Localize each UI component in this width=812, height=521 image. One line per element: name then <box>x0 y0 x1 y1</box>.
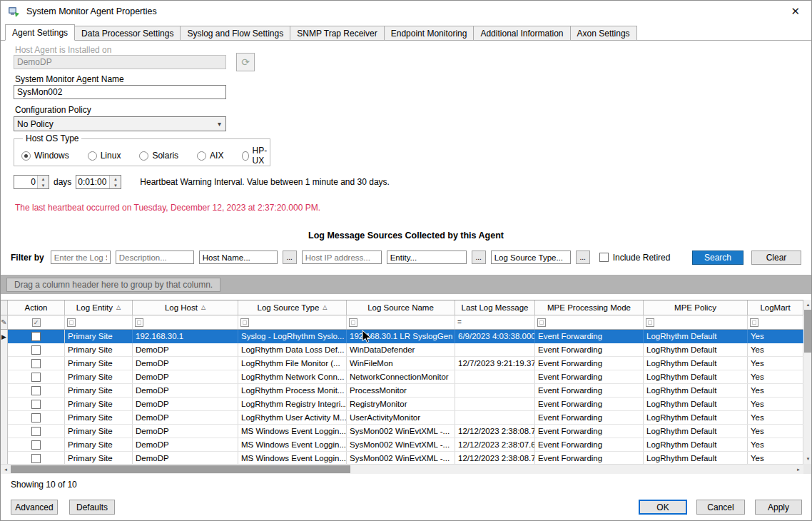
include-retired-checkbox[interactable]: Include Retired <box>599 253 671 263</box>
host-ip-filter-input[interactable] <box>302 251 382 264</box>
description-filter-input[interactable] <box>116 251 194 264</box>
row-checkbox[interactable] <box>31 427 41 436</box>
row-select-cell[interactable] <box>8 425 65 438</box>
interval-input[interactable] <box>76 176 109 188</box>
row-select-cell[interactable] <box>8 398 65 411</box>
row-select-cell[interactable] <box>8 438 65 452</box>
column-header-log-entity[interactable]: Log Entity△ <box>65 300 133 315</box>
filter-cell-log-source-name[interactable] <box>347 315 455 329</box>
clear-button[interactable]: Clear <box>751 251 801 265</box>
horizontal-scrollbar-thumb[interactable] <box>11 465 350 473</box>
filter-cell-action[interactable]: ✓ <box>8 315 65 329</box>
log-source-type-browse-button[interactable]: ... <box>576 251 590 264</box>
column-header-last-log-message[interactable]: Last Log Message <box>455 300 535 315</box>
close-icon[interactable]: ✕ <box>786 4 804 19</box>
spin-down-icon[interactable]: ▼ <box>38 182 49 188</box>
tab-axon-settings[interactable]: Axon Settings <box>570 26 637 40</box>
tab-additional-information[interactable]: Additional Information <box>473 26 570 40</box>
tab-endpoint-monitoring[interactable]: Endpoint Monitoring <box>384 26 474 40</box>
log-source-filter-input[interactable] <box>51 251 111 264</box>
table-row[interactable]: Primary SiteDemoDPLogRhythm Registry Int… <box>1 398 803 411</box>
tab-snmp-trap-receiver[interactable]: SNMP Trap Receiver <box>290 26 384 40</box>
spin-up-icon[interactable]: ▲ <box>38 176 49 182</box>
filter-cell-last-log-message[interactable]: = <box>455 315 535 329</box>
filter-type-icon[interactable] <box>349 318 357 327</box>
table-row[interactable]: Primary SiteDemoDPLogRhythm Network Conn… <box>1 370 803 384</box>
defaults-button[interactable]: Defaults <box>69 500 115 515</box>
column-header-log-host[interactable]: Log Host△ <box>133 300 238 315</box>
tab-agent-settings[interactable]: Agent Settings <box>5 24 75 41</box>
table-row[interactable]: Primary SiteDemoDPLogRhythm Process Moni… <box>1 384 803 398</box>
row-select-cell[interactable] <box>8 330 65 343</box>
filter-type-icon[interactable] <box>240 318 249 327</box>
filter-cell-mpe-policy[interactable] <box>644 315 748 329</box>
table-row[interactable]: Primary SiteDemoDPLogRhythm File Monitor… <box>1 357 803 370</box>
filter-type-icon[interactable] <box>135 318 143 327</box>
select-all-checkbox[interactable]: ✓ <box>32 318 41 327</box>
table-row[interactable]: Primary SiteDemoDPLogRhythm User Activit… <box>1 411 803 425</box>
tab-data-processor-settings[interactable]: Data Processor Settings <box>74 26 181 40</box>
entity-filter-input[interactable] <box>387 251 467 264</box>
cancel-button[interactable]: Cancel <box>696 500 745 515</box>
log-source-type-filter-input[interactable] <box>491 251 571 264</box>
radio-aix[interactable]: AIX <box>197 151 223 161</box>
spin-down-icon[interactable]: ▼ <box>110 182 121 188</box>
entity-browse-button[interactable]: ... <box>472 251 486 264</box>
row-checkbox[interactable] <box>31 359 41 368</box>
host-name-browse-button[interactable]: ... <box>283 251 297 264</box>
ok-button[interactable]: OK <box>639 500 687 515</box>
spin-up-icon[interactable]: ▲ <box>110 176 121 182</box>
filter-type-icon[interactable] <box>750 318 758 327</box>
scroll-left-icon[interactable]: ◄ <box>1 465 11 474</box>
group-by-hint[interactable]: Drag a column header here to group by th… <box>6 278 220 292</box>
host-agent-field[interactable] <box>14 55 226 69</box>
radio-solaris[interactable]: Solaris <box>139 151 178 161</box>
row-select-cell[interactable] <box>8 343 65 357</box>
days-input[interactable] <box>14 176 37 188</box>
advanced-button[interactable]: Advanced <box>11 500 58 515</box>
tab-syslog-and-flow-settings[interactable]: Syslog and Flow Settings <box>180 26 290 40</box>
table-row[interactable]: Primary SiteDemoDPMS Windows Event Loggi… <box>1 425 803 438</box>
table-row[interactable]: Primary SiteDemoDPMS Windows Event Loggi… <box>1 438 803 452</box>
column-header-mpe-policy[interactable]: MPE Policy <box>644 300 748 315</box>
row-select-cell[interactable] <box>8 411 65 425</box>
host-name-filter-input[interactable] <box>199 251 278 264</box>
table-row[interactable]: ▶Primary Site192.168.30.1Syslog - LogRhy… <box>1 330 803 343</box>
filter-edit-cell[interactable]: ✎ <box>1 315 8 329</box>
column-header-log-source-name[interactable]: Log Source Name <box>347 300 455 315</box>
filter-cell-log-entity[interactable] <box>65 315 133 329</box>
table-row[interactable]: Primary SiteDemoDPLogRhythm Data Loss De… <box>1 343 803 357</box>
horizontal-scrollbar[interactable]: ◄ ► <box>1 464 803 474</box>
row-select-cell[interactable] <box>8 384 65 398</box>
radio-hpux[interactable]: HP-UX <box>242 146 270 166</box>
apply-button[interactable]: Apply <box>755 500 802 515</box>
filter-cell-log-source-type[interactable] <box>238 315 347 329</box>
radio-linux[interactable]: Linux <box>88 151 121 161</box>
row-checkbox[interactable] <box>31 413 41 423</box>
radio-windows[interactable]: Windows <box>21 151 69 161</box>
search-button[interactable]: Search <box>692 251 744 265</box>
agent-name-field[interactable] <box>14 85 226 99</box>
filter-cell-mpe-processing-mode[interactable] <box>535 315 644 329</box>
configuration-policy-select[interactable]: No Policy ▾ <box>14 116 226 131</box>
vertical-scrollbar[interactable]: ▲ ▼ <box>803 300 812 464</box>
row-checkbox[interactable] <box>31 386 41 395</box>
row-select-cell[interactable] <box>8 357 65 370</box>
row-checkbox[interactable] <box>31 440 41 450</box>
scroll-down-icon[interactable]: ▼ <box>803 454 812 464</box>
filter-type-icon[interactable] <box>537 318 546 327</box>
vertical-scrollbar-thumb[interactable] <box>804 310 812 353</box>
filter-cell-log-host[interactable] <box>133 315 238 329</box>
scroll-up-icon[interactable]: ▲ <box>803 300 812 310</box>
filter-cell-logmart[interactable] <box>748 315 803 329</box>
column-header-mpe-processing-mode[interactable]: MPE Processing Mode <box>535 300 644 315</box>
column-header-action[interactable]: Action <box>8 300 65 315</box>
column-header-logmart[interactable]: LogMart <box>748 300 803 315</box>
filter-type-icon[interactable] <box>646 318 654 327</box>
filter-type-icon[interactable] <box>67 318 76 327</box>
row-select-cell[interactable] <box>8 370 65 384</box>
change-host-button[interactable]: ⟳ <box>236 53 255 71</box>
row-checkbox[interactable] <box>31 332 41 341</box>
row-checkbox[interactable] <box>31 345 41 355</box>
row-checkbox[interactable] <box>31 373 41 382</box>
